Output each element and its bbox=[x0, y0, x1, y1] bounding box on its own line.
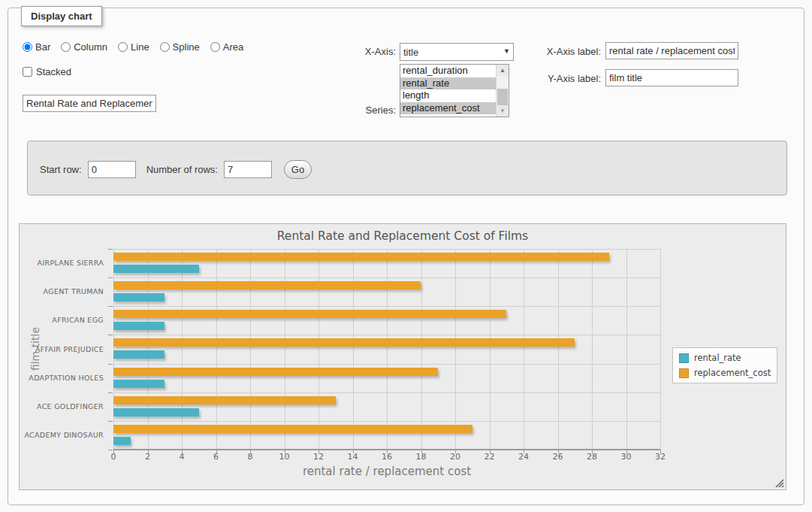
category-label: ADAPTATION HOLES bbox=[20, 374, 104, 382]
num-rows-input[interactable] bbox=[224, 161, 272, 178]
scroll-up-icon[interactable]: ▲ bbox=[497, 65, 509, 76]
bar-rental_rate bbox=[113, 265, 199, 273]
series-option-length[interactable]: length bbox=[400, 89, 509, 102]
chart-type-radio-area[interactable] bbox=[210, 42, 220, 52]
series-option-rental_duration[interactable]: rental_duration bbox=[400, 65, 509, 77]
gridline-horizontal bbox=[113, 392, 660, 393]
gridline-vertical bbox=[387, 249, 388, 450]
scroll-down-icon[interactable]: ▼ bbox=[497, 105, 509, 117]
gridline-vertical bbox=[285, 249, 285, 450]
legend-label: rental_rate bbox=[694, 353, 741, 363]
chart-title-input[interactable] bbox=[23, 95, 156, 112]
chart-type-radio-line[interactable] bbox=[118, 42, 128, 52]
category-label: AFRICAN EGG bbox=[20, 316, 104, 324]
x-tick-label: 10 bbox=[270, 452, 300, 462]
gridline-vertical bbox=[455, 249, 456, 450]
bar-replacement_cost bbox=[113, 396, 336, 404]
scrollbar-thumb[interactable] bbox=[497, 89, 508, 105]
gridline-vertical bbox=[216, 249, 217, 450]
chart-x-axis-title: rental rate / replacement cost bbox=[113, 465, 660, 478]
start-row-input[interactable] bbox=[88, 161, 136, 178]
series-option-rental_rate[interactable]: rental_rate bbox=[400, 77, 509, 90]
row-range-toolbar: Start row: Number of rows: Go bbox=[27, 141, 787, 195]
legend-label: replacement_cost bbox=[694, 368, 771, 378]
go-button[interactable]: Go bbox=[284, 160, 312, 179]
fieldset-legend: Display chart bbox=[21, 6, 102, 26]
series-scrollbar[interactable]: ▲ ▼ bbox=[496, 65, 509, 117]
y-axis-tick bbox=[108, 277, 113, 278]
gridline-horizontal bbox=[113, 277, 660, 278]
x-tick-label: 6 bbox=[201, 452, 231, 462]
bar-replacement_cost bbox=[113, 310, 506, 318]
gridline-vertical bbox=[524, 249, 524, 450]
gridline-horizontal bbox=[113, 249, 660, 250]
legend-item-replacement_cost: replacement_cost bbox=[679, 368, 771, 378]
gridline-vertical bbox=[182, 249, 183, 450]
plot-area bbox=[113, 249, 660, 450]
x-tick-label: 2 bbox=[133, 452, 163, 462]
chart-type-radio-bar[interactable] bbox=[23, 42, 32, 52]
stacked-row: Stacked bbox=[23, 66, 71, 77]
gridline-vertical bbox=[353, 249, 354, 450]
category-label: AFFAIR PREJUDICE bbox=[20, 345, 104, 353]
x-tick-label: 28 bbox=[577, 452, 607, 462]
series-option-replacement_cost[interactable]: replacement_cost bbox=[400, 102, 509, 115]
x-tick-label: 30 bbox=[611, 452, 641, 462]
chart-legend: rental_ratereplacement_cost bbox=[672, 347, 777, 383]
x-tick-label: 14 bbox=[338, 452, 368, 462]
stacked-checkbox[interactable] bbox=[23, 67, 32, 77]
series-select-label: Series: bbox=[323, 105, 396, 116]
gridline-vertical bbox=[250, 249, 251, 450]
x-tick-label: 20 bbox=[440, 452, 470, 462]
gridline-vertical bbox=[421, 249, 422, 450]
x-tick-label: 22 bbox=[475, 452, 505, 462]
chart-type-radio-spline[interactable] bbox=[160, 42, 170, 52]
category-label: ACADEMY DINOSAUR bbox=[20, 431, 104, 439]
chart-type-column: Column bbox=[61, 41, 107, 53]
bar-replacement_cost bbox=[113, 368, 438, 376]
chart-type-bar: Bar bbox=[23, 41, 50, 53]
x-tick-label: 12 bbox=[303, 452, 334, 462]
x-tick-label: 18 bbox=[406, 452, 436, 462]
bar-replacement_cost bbox=[113, 338, 575, 347]
x-tick-label: 0 bbox=[98, 452, 128, 462]
chart-type-label: Line bbox=[131, 41, 149, 53]
bar-rental_rate bbox=[113, 350, 165, 359]
chart-type-label: Spline bbox=[173, 41, 200, 53]
num-rows-label: Number of rows: bbox=[146, 164, 218, 175]
series-options: rental_durationrental_ratelengthreplacem… bbox=[400, 65, 509, 114]
gridline-vertical bbox=[490, 249, 491, 450]
gridline-vertical bbox=[660, 249, 661, 450]
gridline-horizontal bbox=[113, 335, 660, 335]
chart-type-group: BarColumnLineSplineArea bbox=[23, 41, 249, 53]
category-label: AIRPLANE SIERRA bbox=[20, 259, 104, 267]
chart-type-radio-column[interactable] bbox=[61, 42, 71, 52]
x-axis-label-input[interactable] bbox=[605, 42, 738, 59]
x-tick-label: 8 bbox=[235, 452, 265, 462]
gridline-vertical bbox=[113, 249, 114, 450]
legend-swatch bbox=[679, 353, 689, 363]
chart-type-label: Area bbox=[223, 41, 243, 53]
x-axis-select[interactable]: title bbox=[400, 43, 514, 61]
x-tick-label: 24 bbox=[509, 452, 539, 462]
gridline-vertical bbox=[592, 249, 593, 450]
category-label: AGENT TRUMAN bbox=[20, 287, 104, 295]
x-axis-select-label: X-Axis: bbox=[323, 46, 396, 57]
chart-title: Rental Rate and Replacement Cost of Film… bbox=[20, 229, 786, 243]
x-tick-label: 32 bbox=[645, 452, 675, 462]
y-axis-tick bbox=[108, 450, 113, 450]
series-multiselect[interactable]: rental_durationrental_ratelengthreplacem… bbox=[400, 64, 509, 117]
legend-item-rental_rate: rental_rate bbox=[679, 353, 771, 363]
x-tick-label: 26 bbox=[543, 452, 573, 462]
y-axis-tick bbox=[108, 364, 113, 365]
y-axis-label-input[interactable] bbox=[605, 69, 738, 86]
y-axis-tick bbox=[108, 306, 113, 307]
start-row-label: Start row: bbox=[40, 164, 82, 175]
resize-handle-icon[interactable] bbox=[774, 478, 784, 488]
chart-type-line: Line bbox=[118, 41, 149, 53]
bar-rental_rate bbox=[113, 437, 131, 445]
gridline-horizontal bbox=[113, 364, 660, 365]
bar-replacement_cost bbox=[113, 281, 421, 289]
x-tick-label: 16 bbox=[372, 452, 402, 462]
x-axis-label-label: X-Axis label: bbox=[526, 46, 601, 57]
